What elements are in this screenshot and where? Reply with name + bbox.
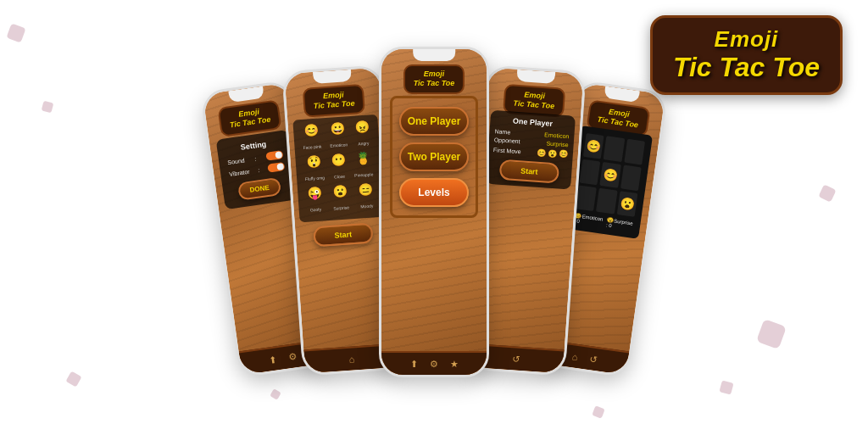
share-icon-3[interactable]: ⬆ — [410, 359, 418, 370]
gear-icon-3[interactable]: ⚙ — [430, 359, 438, 370]
op-name-label: Name — [494, 128, 510, 135]
notch-3 — [413, 49, 455, 61]
sound-toggle[interactable] — [265, 150, 283, 161]
first-move-emojis: 😊 😮 😊 — [537, 148, 569, 159]
emoji-pineapple[interactable]: 🍍 Pineapple — [353, 150, 374, 180]
menu-panel: One Player Two Player Levels — [390, 96, 478, 218]
op-title: One Player — [495, 115, 570, 129]
emoji-emoticon[interactable]: 😀 Emoticon — [328, 120, 348, 150]
phone-3-bottom: ⬆ ⚙ ★ — [381, 351, 487, 375]
emoji-goofy[interactable]: 😜 Goofy — [307, 186, 323, 215]
gear-icon[interactable]: ⚙ — [288, 351, 298, 363]
cell-7[interactable] — [596, 188, 617, 215]
home-icon-2[interactable]: ⌂ — [348, 354, 354, 364]
start-button-4[interactable]: Start — [498, 159, 559, 184]
vibrator-label: Vibrator — [229, 168, 250, 176]
one-player-button[interactable]: One Player — [399, 107, 469, 136]
op-opponent-label: Opponent — [494, 137, 520, 144]
cell-2[interactable] — [624, 139, 645, 165]
one-player-panel: One Player Name Emoticon Opponent Surpri… — [486, 110, 576, 190]
emoji-face-pink[interactable]: 😊 Face pink — [302, 123, 322, 153]
emoji-surprise[interactable]: 😮 Surprise — [331, 183, 349, 213]
app-title-line1: Emoji — [673, 26, 820, 53]
home-icon-5[interactable]: ⌂ — [571, 351, 578, 362]
star-icon-3[interactable]: ★ — [450, 359, 459, 370]
emoji-moody[interactable]: 😑 Moody — [358, 181, 374, 211]
cell-8[interactable]: 😮 — [616, 191, 637, 217]
sound-label: Sound — [227, 157, 245, 165]
cell-4[interactable]: 😊 — [600, 162, 621, 188]
ttt-grid: 😊 😊 😮 — [576, 133, 645, 217]
cell-3[interactable] — [580, 159, 601, 186]
op-name-value: Emoticon — [544, 131, 570, 139]
cell-0[interactable]: 😊 — [583, 133, 604, 159]
emoji-close[interactable]: 😶 Close — [331, 153, 347, 182]
op-first-move-label: First Move — [493, 147, 521, 154]
app-title-line2: Tic Tac Toe — [673, 53, 820, 82]
vibrator-toggle[interactable] — [267, 162, 285, 173]
phone-menu: EmojiTic Tac Toe One Player Two Player L… — [379, 47, 489, 377]
done-button[interactable]: DONE — [237, 177, 281, 201]
emoji-fluffy[interactable]: 😲 Fluffy omg — [303, 153, 326, 184]
score-text: 😊 Emoticon : 0 — [574, 212, 604, 227]
cell-6[interactable] — [576, 185, 597, 211]
emoji-row-2: 😲 Fluffy omg 😶 Close 🍍 Pineapple — [299, 150, 377, 184]
levels-button[interactable]: Levels — [399, 178, 469, 207]
phone-3-title: EmojiTic Tac Toe — [381, 64, 487, 94]
refresh-icon-5[interactable]: ↺ — [589, 354, 598, 365]
emoji-row-1: 😊 Face pink 😀 Emoticon 😠 Angry — [298, 119, 376, 153]
app-title-block: Emoji Tic Tac Toe — [650, 15, 843, 95]
cell-5[interactable] — [620, 165, 642, 191]
start-button-2[interactable]: Start — [313, 223, 374, 248]
two-player-button[interactable]: Two Player — [399, 142, 469, 171]
op-first-move-row: First Move 😊 😮 😊 — [493, 145, 568, 159]
refresh-icon-4[interactable]: ↺ — [512, 354, 520, 365]
share-icon[interactable]: ⬆ — [269, 354, 278, 365]
emoji-row-3: 😜 Goofy 😮 Surprise 😑 Moody — [302, 181, 380, 215]
cell-1[interactable] — [604, 136, 625, 162]
op-opponent-value: Surprise — [546, 140, 569, 148]
emoji-angry[interactable]: 😠 Angry — [354, 119, 370, 148]
emoji-grid: 😊 Face pink 😀 Emoticon 😠 Angry — [292, 114, 386, 248]
settings-panel: Setting Sound : Vibrator : DONE — [216, 130, 298, 209]
